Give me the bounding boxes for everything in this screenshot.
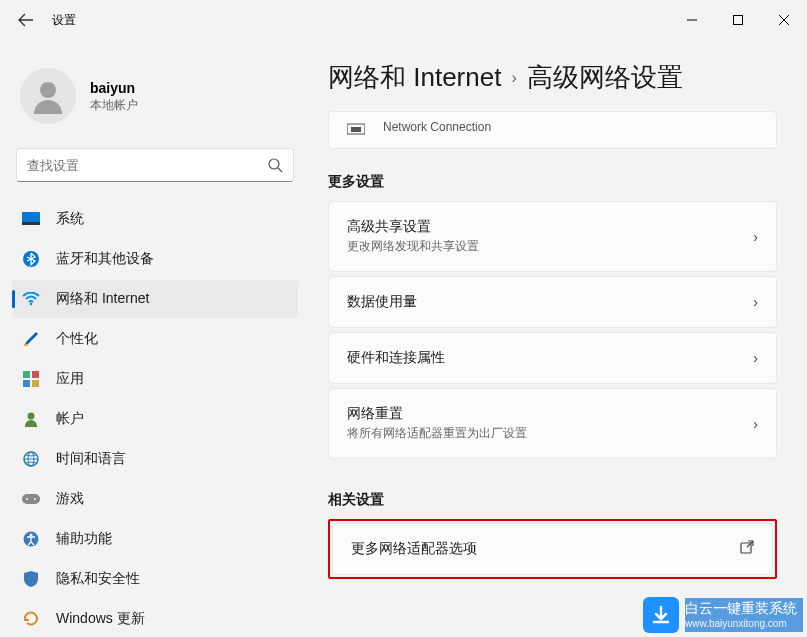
chevron-right-icon: › bbox=[753, 416, 758, 432]
nav-label: 辅助功能 bbox=[56, 530, 112, 548]
svg-point-24 bbox=[30, 534, 33, 537]
svg-rect-15 bbox=[32, 380, 39, 387]
close-icon bbox=[779, 15, 789, 25]
card-title: 更多网络适配器选项 bbox=[351, 540, 740, 558]
close-button[interactable] bbox=[761, 4, 807, 36]
minimize-button[interactable] bbox=[669, 4, 715, 36]
window-controls bbox=[669, 4, 807, 36]
nav-privacy[interactable]: 隐私和安全性 bbox=[12, 560, 298, 598]
minimize-icon bbox=[687, 15, 697, 25]
svg-rect-11 bbox=[24, 344, 28, 346]
svg-rect-13 bbox=[32, 371, 39, 378]
nav-accounts[interactable]: 帐户 bbox=[12, 400, 298, 438]
card-title: 硬件和连接属性 bbox=[347, 349, 753, 367]
back-button[interactable] bbox=[8, 2, 44, 38]
main: 网络和 Internet › 高级网络设置 Network Connection… bbox=[310, 40, 807, 637]
svg-point-10 bbox=[30, 303, 33, 306]
svg-point-4 bbox=[40, 82, 56, 98]
nav-label: 个性化 bbox=[56, 330, 98, 348]
svg-rect-1 bbox=[734, 16, 743, 25]
nav-label: 系统 bbox=[56, 210, 84, 228]
svg-point-5 bbox=[269, 159, 279, 169]
monitor-icon bbox=[22, 210, 40, 228]
card-sharing[interactable]: 高级共享设置 更改网络发现和共享设置 › bbox=[328, 201, 777, 272]
nav-system[interactable]: 系统 bbox=[12, 200, 298, 238]
nav-label: 帐户 bbox=[56, 410, 84, 428]
update-icon bbox=[22, 610, 40, 628]
sidebar: baiyun 本地帐户 系统 蓝牙和其他设备 网络 bbox=[0, 40, 310, 637]
breadcrumb-parent[interactable]: 网络和 Internet bbox=[328, 60, 501, 95]
nav-label: Windows 更新 bbox=[56, 610, 145, 628]
nav-network[interactable]: 网络和 Internet bbox=[12, 280, 298, 318]
search-input[interactable] bbox=[27, 158, 267, 173]
card-sub: 更改网络发现和共享设置 bbox=[347, 238, 753, 255]
nav-accessibility[interactable]: 辅助功能 bbox=[12, 520, 298, 558]
titlebar: 设置 bbox=[0, 0, 807, 40]
brush-icon bbox=[22, 330, 40, 348]
svg-rect-20 bbox=[22, 494, 40, 504]
app-title: 设置 bbox=[52, 12, 76, 29]
search-box[interactable] bbox=[16, 148, 294, 182]
wifi-icon bbox=[22, 290, 40, 308]
watermark-line1: 白云一键重装系统 bbox=[685, 600, 797, 618]
nav-label: 应用 bbox=[56, 370, 84, 388]
profile-text: baiyun 本地帐户 bbox=[90, 80, 138, 113]
nav-label: 游戏 bbox=[56, 490, 84, 508]
arrow-down-icon bbox=[650, 604, 672, 626]
profile[interactable]: baiyun 本地帐户 bbox=[12, 52, 298, 140]
card-hw-props[interactable]: 硬件和连接属性 › bbox=[328, 332, 777, 384]
svg-line-6 bbox=[278, 168, 282, 172]
watermark-logo bbox=[643, 597, 679, 633]
person-icon bbox=[28, 76, 68, 116]
svg-point-21 bbox=[26, 498, 28, 500]
section-more: 更多设置 bbox=[328, 173, 777, 191]
card-title: 数据使用量 bbox=[347, 293, 753, 311]
watermark-text: 白云一键重装系统 www.baiyunxitong.com bbox=[685, 598, 803, 632]
nav-label: 隐私和安全性 bbox=[56, 570, 140, 588]
chevron-right-icon: › bbox=[753, 294, 758, 310]
svg-rect-8 bbox=[22, 222, 40, 225]
nav-bluetooth[interactable]: 蓝牙和其他设备 bbox=[12, 240, 298, 278]
arrow-left-icon bbox=[18, 12, 34, 28]
watermark: 白云一键重装系统 www.baiyunxitong.com bbox=[643, 597, 803, 633]
breadcrumb: 网络和 Internet › 高级网络设置 bbox=[328, 60, 777, 95]
nav-label: 蓝牙和其他设备 bbox=[56, 250, 154, 268]
accounts-icon bbox=[22, 410, 40, 428]
nav-apps[interactable]: 应用 bbox=[12, 360, 298, 398]
maximize-icon bbox=[733, 15, 743, 25]
nav-personalization[interactable]: 个性化 bbox=[12, 320, 298, 358]
card-subtitle: Network Connection bbox=[383, 120, 758, 134]
nav-gaming[interactable]: 游戏 bbox=[12, 480, 298, 518]
watermark-line2: www.baiyunxitong.com bbox=[685, 618, 797, 631]
nav-label: 时间和语言 bbox=[56, 450, 126, 468]
accessibility-icon bbox=[22, 530, 40, 548]
svg-rect-12 bbox=[23, 371, 30, 378]
profile-name: baiyun bbox=[90, 80, 138, 96]
highlight-box: 更多网络适配器选项 bbox=[328, 519, 777, 579]
maximize-button[interactable] bbox=[715, 4, 761, 36]
external-link-icon bbox=[740, 540, 754, 558]
avatar bbox=[20, 68, 76, 124]
nav-update[interactable]: Windows 更新 bbox=[12, 600, 298, 637]
network-connection-card[interactable]: Network Connection bbox=[328, 111, 777, 149]
card-more-adapters[interactable]: 更多网络适配器选项 bbox=[332, 523, 773, 575]
nav-time[interactable]: 时间和语言 bbox=[12, 440, 298, 478]
card-reset[interactable]: 网络重置 将所有网络适配器重置为出厂设置 › bbox=[328, 388, 777, 459]
settings-window: 设置 baiyun 本地帐户 bbox=[0, 0, 807, 637]
svg-rect-26 bbox=[351, 127, 361, 132]
chevron-right-icon: › bbox=[753, 350, 758, 366]
svg-point-22 bbox=[34, 498, 36, 500]
nav: 系统 蓝牙和其他设备 网络和 Internet 个性化 应用 bbox=[12, 200, 298, 637]
section-related: 相关设置 bbox=[328, 491, 777, 509]
content: baiyun 本地帐户 系统 蓝牙和其他设备 网络 bbox=[0, 40, 807, 637]
svg-point-16 bbox=[28, 413, 35, 420]
chevron-right-icon: › bbox=[511, 69, 516, 87]
shield-icon bbox=[22, 570, 40, 588]
search-icon bbox=[267, 157, 283, 173]
chevron-right-icon: › bbox=[753, 229, 758, 245]
globe-icon bbox=[22, 450, 40, 468]
profile-sub: 本地帐户 bbox=[90, 98, 138, 113]
gamepad-icon bbox=[22, 490, 40, 508]
card-data-usage[interactable]: 数据使用量 › bbox=[328, 276, 777, 328]
apps-icon bbox=[22, 370, 40, 388]
